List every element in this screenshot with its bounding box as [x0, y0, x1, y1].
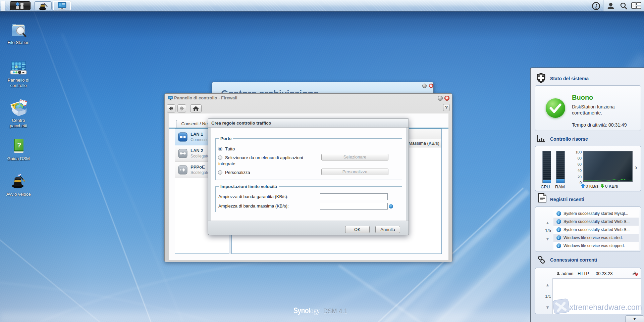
svg-text:?: ? [17, 141, 21, 149]
